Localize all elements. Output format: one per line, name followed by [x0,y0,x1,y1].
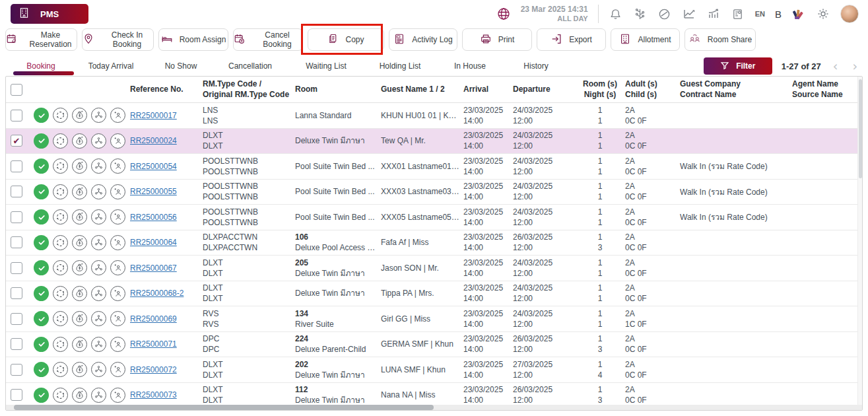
group-share-icon[interactable] [91,362,106,377]
copy-button[interactable]: Copy [308,28,384,51]
table-row[interactable]: RR25000068-2 DLXT DLXT Deluxe Twin มีภาษ… [6,281,862,307]
group-share-icon[interactable] [91,133,106,149]
sync-status-icon[interactable] [53,388,68,403]
filter-button[interactable]: Filter [704,57,772,75]
reference-link[interactable]: RR25000024 [130,136,177,145]
sync-status-icon[interactable] [53,133,68,149]
sync-status-icon[interactable] [53,108,68,123]
status-confirmed-icon[interactable] [34,260,49,275]
group-share-icon[interactable] [91,260,106,275]
guest-assign-icon[interactable] [110,388,125,403]
room-assign-button[interactable]: Room Assign [158,28,228,51]
reference-link[interactable]: RR25000068-2 [130,289,184,298]
language-selector[interactable]: EN [755,10,765,18]
pagination-prev-icon[interactable]: ‹ [830,60,841,73]
tab-in-house[interactable]: In House [437,61,503,71]
sync-status-icon[interactable] [53,209,68,225]
table-row[interactable]: RR25000069 RVS RVS 134 River Suite Girl … [6,306,862,332]
pms-home-button[interactable]: PMS [11,4,88,24]
payment-money-icon[interactable] [72,209,87,225]
tab-no-show[interactable]: No Show [150,61,211,71]
status-confirmed-icon[interactable] [34,184,49,199]
vertical-scrollbar-thumb[interactable] [859,79,862,178]
export-button[interactable]: Export [537,28,606,51]
reference-link[interactable]: RR25000073 [130,390,177,399]
guest-assign-icon[interactable] [110,108,125,123]
sync-status-icon[interactable] [53,337,68,352]
row-checkbox[interactable] [11,211,22,223]
group-share-icon[interactable] [91,311,106,326]
line-chart-icon[interactable] [682,7,696,21]
status-confirmed-icon[interactable] [34,337,49,352]
table-row[interactable]: RR25000067 DLXT DLXT 205 Deluxe Twin มีภ… [6,256,862,281]
group-share-icon[interactable] [91,158,106,174]
room-share-button[interactable]: Room Share [684,28,756,51]
group-share-icon[interactable] [91,235,106,250]
table-row[interactable]: RR25000024 DLXT DLXT Deluxe Twin มีภาษา … [6,129,862,155]
reference-link[interactable]: RR25000055 [130,187,177,196]
group-share-icon[interactable] [91,286,106,301]
property-selector[interactable]: B [775,9,782,20]
print-button[interactable]: Print [462,28,532,51]
guest-assign-icon[interactable] [110,286,125,301]
tab-today-arrival[interactable]: Today Arrival [71,61,150,71]
guest-assign-icon[interactable] [110,209,125,225]
allotment-button[interactable]: Allotment [611,28,680,51]
guest-assign-icon[interactable] [110,158,125,174]
payment-money-icon[interactable] [72,362,87,377]
row-checkbox[interactable] [11,389,22,401]
status-confirmed-icon[interactable] [34,133,49,149]
horizontal-scrollbar[interactable] [6,405,862,410]
guest-assign-icon[interactable] [110,311,125,326]
guest-assign-icon[interactable] [110,260,125,275]
table-row[interactable]: RR25000017 LNS LNS Lanna Standard KHUN H… [6,103,862,129]
table-row[interactable]: RR25000072 DLXT DLXT 202 Deluxe Twin มีภ… [6,357,862,383]
payment-money-icon[interactable] [72,260,87,275]
row-checkbox[interactable] [11,313,22,325]
make-reservation-button[interactable]: Make Reservation [5,28,77,51]
status-confirmed-icon[interactable] [34,108,49,123]
sync-status-icon[interactable] [53,184,68,199]
payment-money-icon[interactable] [72,388,87,403]
row-checkbox[interactable] [11,338,22,350]
check-in-booking-button[interactable]: Check In Booking [82,28,154,51]
activity-log-button[interactable]: Activity Log [389,28,457,51]
guest-assign-icon[interactable] [110,133,125,149]
sync-status-icon[interactable] [53,158,68,174]
table-row[interactable]: RR25000054 POOLSTTWNB POOLSTTWNB Pool Su… [6,154,862,180]
reference-link[interactable]: RR25000056 [130,213,177,222]
row-checkbox[interactable] [11,236,22,248]
status-confirmed-icon[interactable] [34,209,49,225]
sync-status-icon[interactable] [53,260,68,275]
status-confirmed-icon[interactable] [34,235,49,250]
tab-booking[interactable]: Booking [11,61,71,71]
vertical-scrollbar[interactable] [857,77,862,405]
status-confirmed-icon[interactable] [34,362,49,377]
payment-money-icon[interactable] [72,286,87,301]
status-confirmed-icon[interactable] [34,158,49,174]
sync-status-icon[interactable] [53,311,68,326]
reference-link[interactable]: RR25000067 [130,263,177,273]
row-checkbox[interactable] [11,160,22,172]
select-all-checkbox[interactable] [11,84,22,96]
group-share-icon[interactable] [91,337,106,352]
status-confirmed-icon[interactable] [34,311,49,326]
reference-link[interactable]: RR25000072 [130,365,177,374]
tab-cancellation[interactable]: Cancellation [211,61,289,71]
globe-icon[interactable] [496,7,511,21]
payment-money-icon[interactable] [72,184,87,199]
table-row[interactable]: RR25000071 DPC DPC 224 Deluxe Parent-Chi… [6,332,862,358]
tab-history[interactable]: History [503,61,569,71]
table-row[interactable]: RR25000056 POOLSTTWNB POOLSTTWNB Pool Su… [6,205,862,230]
reference-link[interactable]: RR25000017 [130,111,177,120]
pagination-next-icon[interactable]: › [850,60,860,73]
reference-link[interactable]: RR25000071 [130,339,177,349]
sync-status-icon[interactable] [53,286,68,301]
row-checkbox[interactable] [11,135,22,147]
table-row[interactable]: RR25000064 DLXPACCTWN DLXPACCTWN 106 Del… [6,230,862,256]
row-checkbox[interactable] [11,262,22,274]
cancel-booking-button[interactable]: Cancel Booking [233,28,303,51]
reference-link[interactable]: RR25000069 [130,314,177,324]
report-document-icon[interactable] [731,7,745,21]
table-row[interactable]: RR25000055 POOLSTTWNB POOLSTTWNB Pool Su… [6,180,862,205]
